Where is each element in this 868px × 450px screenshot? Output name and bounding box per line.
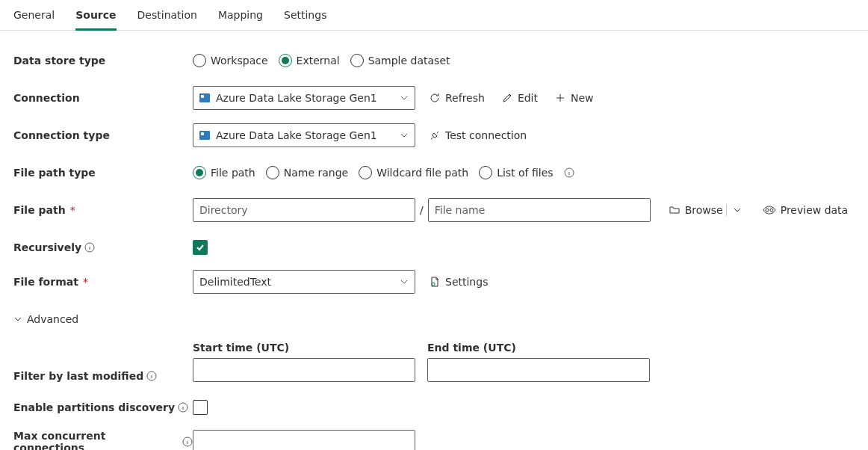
label-data-store-type: Data store type [13, 55, 193, 67]
refresh-label: Refresh [445, 92, 485, 104]
format-settings-label: Settings [445, 276, 488, 288]
tab-general[interactable]: General [13, 6, 55, 30]
test-connection-button[interactable]: Test connection [426, 123, 530, 147]
radio-external[interactable]: External [279, 54, 340, 67]
refresh-button[interactable]: Refresh [426, 86, 488, 110]
browse-dropdown-button[interactable] [727, 203, 748, 218]
svg-point-2 [770, 209, 773, 212]
radio-wildcard-label: Wildcard file path [376, 167, 468, 179]
info-icon[interactable] [182, 437, 193, 447]
advanced-toggle[interactable]: Advanced [13, 313, 78, 325]
chevron-down-icon [13, 315, 22, 324]
radio-workspace-label: Workspace [211, 55, 268, 67]
config-tabs: General Source Destination Mapping Setti… [0, 0, 868, 31]
advanced-label: Advanced [27, 313, 78, 325]
svg-point-1 [766, 209, 769, 212]
info-icon[interactable] [178, 402, 188, 413]
preview-icon [763, 205, 776, 215]
path-separator: / [415, 204, 428, 216]
radio-sample-dataset[interactable]: Sample dataset [350, 54, 450, 67]
radio-sample-label: Sample dataset [368, 55, 450, 67]
radio-file-path[interactable]: File path [193, 166, 255, 179]
label-max-concurrent: Max concurrent connections [13, 430, 193, 450]
browse-label: Browse [685, 204, 723, 216]
tab-settings[interactable]: Settings [284, 6, 326, 30]
check-icon [195, 242, 205, 253]
adls-service-icon [199, 93, 210, 102]
label-recursively: Recursively [13, 241, 193, 253]
radio-workspace[interactable]: Workspace [193, 54, 268, 67]
end-time-label: End time (UTC) [427, 342, 650, 354]
svg-point-4 [432, 283, 435, 286]
label-enable-partitions: Enable partitions discovery [13, 401, 193, 413]
label-connection: Connection [13, 92, 193, 104]
tab-mapping[interactable]: Mapping [218, 6, 263, 30]
radio-list-of-files[interactable]: List of files [479, 166, 553, 179]
source-form: Data store type Workspace External Sampl… [0, 31, 868, 450]
chevron-down-icon [400, 131, 409, 140]
radio-name-range-label: Name range [284, 167, 348, 179]
format-settings-button[interactable]: Settings [426, 270, 491, 294]
chevron-down-icon [400, 93, 409, 102]
tab-source[interactable]: Source [75, 6, 116, 31]
radio-external-label: External [297, 55, 340, 67]
connection-value: Azure Data Lake Storage Gen1 [216, 92, 377, 104]
label-file-path: File path* [13, 204, 193, 216]
edit-icon [501, 92, 513, 104]
radio-file-path-label: File path [211, 167, 255, 179]
file-format-value: DelimitedText [199, 276, 271, 288]
test-connection-label: Test connection [445, 129, 527, 141]
label-connection-type: Connection type [13, 129, 193, 141]
tab-destination[interactable]: Destination [137, 6, 197, 30]
info-icon[interactable] [564, 167, 574, 178]
start-time-input[interactable] [193, 358, 415, 382]
folder-icon [669, 204, 681, 216]
filename-input[interactable] [428, 198, 651, 222]
connection-type-value: Azure Data Lake Storage Gen1 [216, 129, 377, 141]
settings-file-icon [429, 276, 441, 288]
radio-wildcard[interactable]: Wildcard file path [359, 166, 468, 179]
label-file-path-type: File path type [13, 167, 193, 179]
new-label: New [571, 92, 594, 104]
radio-name-range[interactable]: Name range [266, 166, 348, 179]
plus-icon [554, 92, 566, 104]
preview-data-button[interactable]: Preview data [760, 198, 851, 222]
start-time-label: Start time (UTC) [193, 342, 415, 354]
radio-list-label: List of files [497, 167, 553, 179]
recursively-checkbox[interactable] [193, 240, 208, 255]
test-connection-icon [429, 129, 441, 141]
label-filter-modified: Filter by last modified [13, 370, 193, 382]
directory-input[interactable] [193, 198, 415, 222]
new-connection-button[interactable]: New [551, 86, 597, 110]
info-icon[interactable] [84, 242, 95, 253]
enable-partitions-checkbox[interactable] [193, 400, 208, 415]
file-format-dropdown[interactable]: DelimitedText [193, 270, 415, 294]
browse-button[interactable]: Browse [666, 198, 726, 222]
refresh-icon [429, 92, 441, 104]
info-icon[interactable] [146, 371, 157, 381]
edit-label: Edit [518, 92, 538, 104]
max-concurrent-input[interactable] [193, 430, 415, 450]
chevron-down-icon [400, 277, 409, 286]
end-time-input[interactable] [427, 358, 650, 382]
connection-dropdown[interactable]: Azure Data Lake Storage Gen1 [193, 86, 415, 110]
adls-service-icon [199, 131, 210, 140]
connection-type-dropdown[interactable]: Azure Data Lake Storage Gen1 [193, 123, 415, 147]
label-file-format: File format* [13, 276, 193, 288]
preview-label: Preview data [781, 204, 848, 216]
edit-button[interactable]: Edit [498, 86, 541, 110]
chevron-down-icon [733, 206, 742, 215]
